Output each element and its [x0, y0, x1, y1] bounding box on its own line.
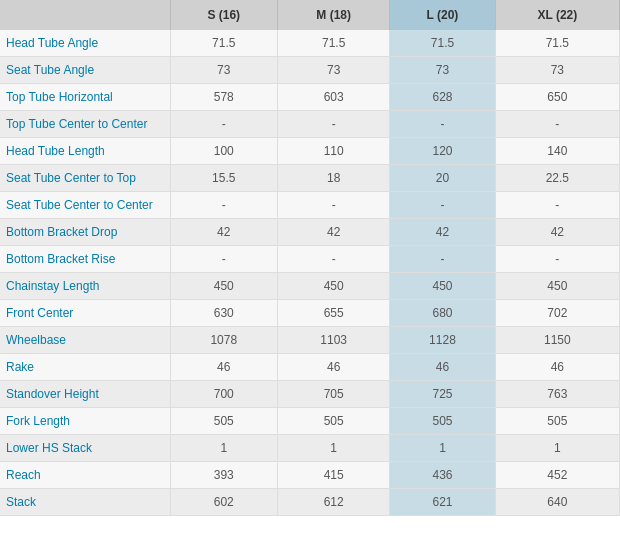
row-value: -	[390, 192, 495, 219]
row-value: -	[278, 246, 390, 273]
row-value: 603	[278, 84, 390, 111]
row-value: 1	[170, 435, 278, 462]
table-row: Head Tube Length100110120140	[0, 138, 620, 165]
row-value: 46	[390, 354, 495, 381]
row-value: 15.5	[170, 165, 278, 192]
row-value: -	[278, 192, 390, 219]
row-label: Wheelbase	[0, 327, 170, 354]
row-value: 46	[495, 354, 619, 381]
row-value: 120	[390, 138, 495, 165]
row-value: 1078	[170, 327, 278, 354]
row-label: Stack	[0, 489, 170, 516]
row-value: -	[170, 246, 278, 273]
row-value: 100	[170, 138, 278, 165]
row-label: Seat Tube Angle	[0, 57, 170, 84]
row-value: 73	[170, 57, 278, 84]
header-size-l20: L (20)	[390, 0, 495, 30]
row-label: Rake	[0, 354, 170, 381]
row-label: Standover Height	[0, 381, 170, 408]
row-value: 725	[390, 381, 495, 408]
row-value: 505	[170, 408, 278, 435]
table-row: Wheelbase1078110311281150	[0, 327, 620, 354]
row-value: 436	[390, 462, 495, 489]
table-row: Lower HS Stack1111	[0, 435, 620, 462]
row-value: -	[170, 192, 278, 219]
row-value: 450	[278, 273, 390, 300]
row-label: Chainstay Length	[0, 273, 170, 300]
table-row: Rake46464646	[0, 354, 620, 381]
row-value: 73	[278, 57, 390, 84]
table-row: Standover Height700705725763	[0, 381, 620, 408]
row-value: 1	[278, 435, 390, 462]
row-value: -	[278, 111, 390, 138]
row-label: Lower HS Stack	[0, 435, 170, 462]
row-value: 602	[170, 489, 278, 516]
row-value: 42	[495, 219, 619, 246]
table-body: Head Tube Angle71.571.571.571.5Seat Tube…	[0, 30, 620, 516]
row-value: 621	[390, 489, 495, 516]
row-value: 1150	[495, 327, 619, 354]
row-value: 71.5	[278, 30, 390, 57]
table-row: Seat Tube Center to Top15.5182022.5	[0, 165, 620, 192]
row-value: 71.5	[170, 30, 278, 57]
row-value: 450	[495, 273, 619, 300]
row-value: 505	[278, 408, 390, 435]
table-row: Seat Tube Center to Center----	[0, 192, 620, 219]
row-value: 450	[390, 273, 495, 300]
table-row: Reach393415436452	[0, 462, 620, 489]
row-value: 393	[170, 462, 278, 489]
table-row: Chainstay Length450450450450	[0, 273, 620, 300]
row-value: -	[390, 246, 495, 273]
row-value: 46	[278, 354, 390, 381]
table-row: Bottom Bracket Drop42424242	[0, 219, 620, 246]
row-value: -	[170, 111, 278, 138]
row-value: 700	[170, 381, 278, 408]
table-row: Top Tube Center to Center----	[0, 111, 620, 138]
row-label: Top Tube Horizontal	[0, 84, 170, 111]
row-value: 71.5	[495, 30, 619, 57]
row-value: 680	[390, 300, 495, 327]
row-value: -	[495, 192, 619, 219]
row-value: 1	[495, 435, 619, 462]
table-row: Head Tube Angle71.571.571.571.5	[0, 30, 620, 57]
row-value: 452	[495, 462, 619, 489]
table-row: Seat Tube Angle73737373	[0, 57, 620, 84]
row-value: 650	[495, 84, 619, 111]
row-value: 1128	[390, 327, 495, 354]
row-label: Bottom Bracket Rise	[0, 246, 170, 273]
row-label: Bottom Bracket Drop	[0, 219, 170, 246]
row-value: 42	[278, 219, 390, 246]
row-value: 140	[495, 138, 619, 165]
table-row: Fork Length505505505505	[0, 408, 620, 435]
row-label: Seat Tube Center to Center	[0, 192, 170, 219]
row-value: 450	[170, 273, 278, 300]
header-size-m18: M (18)	[278, 0, 390, 30]
row-value: 655	[278, 300, 390, 327]
row-value: 630	[170, 300, 278, 327]
row-value: 73	[495, 57, 619, 84]
row-value: 612	[278, 489, 390, 516]
row-label: Front Center	[0, 300, 170, 327]
row-value: 42	[170, 219, 278, 246]
row-value: 20	[390, 165, 495, 192]
row-value: 628	[390, 84, 495, 111]
row-value: 18	[278, 165, 390, 192]
row-value: 46	[170, 354, 278, 381]
row-value: 1	[390, 435, 495, 462]
row-value: -	[495, 111, 619, 138]
header-size-xl22: XL (22)	[495, 0, 619, 30]
header-label-col	[0, 0, 170, 30]
table-row: Bottom Bracket Rise----	[0, 246, 620, 273]
row-value: 73	[390, 57, 495, 84]
row-value: 763	[495, 381, 619, 408]
row-label: Head Tube Angle	[0, 30, 170, 57]
row-label: Fork Length	[0, 408, 170, 435]
row-value: -	[495, 246, 619, 273]
table-header-row: S (16)M (18)L (20)XL (22)	[0, 0, 620, 30]
row-value: 42	[390, 219, 495, 246]
row-value: 415	[278, 462, 390, 489]
geometry-table: S (16)M (18)L (20)XL (22) Head Tube Angl…	[0, 0, 620, 516]
row-value: 505	[495, 408, 619, 435]
table-row: Front Center630655680702	[0, 300, 620, 327]
row-value: 1103	[278, 327, 390, 354]
